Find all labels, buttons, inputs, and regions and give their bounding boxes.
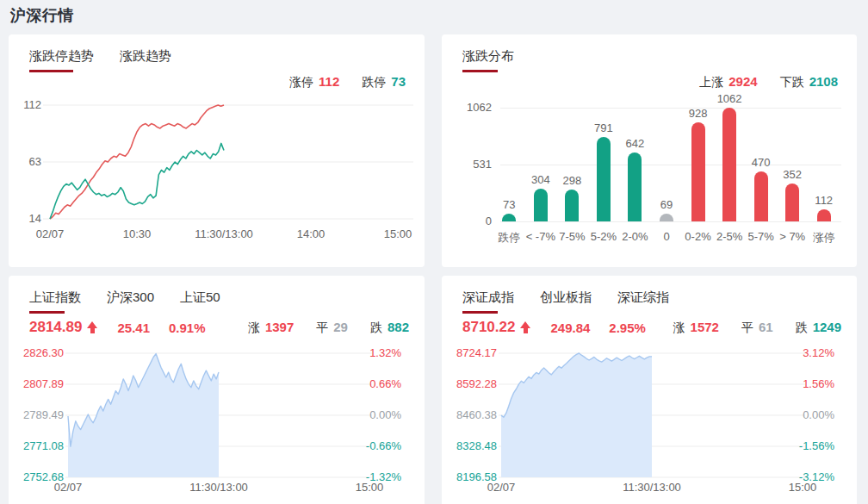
svg-text:2771.08: 2771.08 [23,439,64,452]
bar-col-6: 9280-2% [682,108,714,221]
svg-text:8724.17: 8724.17 [456,346,497,359]
svg-text:2789.49: 2789.49 [23,408,64,421]
sz-index-change-pct: 2.95% [609,320,646,335]
sh-index-change-pct: 0.91% [169,320,206,335]
limit-trend-tabs: 涨跌停趋势 涨跌趋势 [29,48,171,72]
sz-advancers: 涨1572 [673,320,719,336]
svg-text:14:00: 14:00 [297,227,326,240]
bar-col-0: 73跌停 [493,108,525,221]
bar [628,152,642,221]
svg-text:8328.48: 8328.48 [456,439,497,452]
sh-advancers: 涨1397 [248,320,294,336]
bar-col-9: 352> 7% [777,108,809,221]
svg-text:11:30/13:00: 11:30/13:00 [623,481,681,494]
shanghai-area-chart: 2826.301.32%2807.890.66%2789.490.00%2771… [17,341,412,504]
bar [691,122,705,221]
svg-text:15:00: 15:00 [384,227,412,240]
svg-text:11:30/13:00: 11:30/13:00 [195,227,253,240]
limit-trend-line-chart: 112631402/0710:3011:30/13:0014:0015:00 [19,86,424,246]
legend-decliners-label: 下跌 [780,75,804,89]
svg-text:8460.38: 8460.38 [456,408,497,421]
bar-col-3: 7915-2% [588,108,620,221]
bar-col-2: 2987-5% [556,108,588,221]
sh-decliners: 跌882 [370,320,409,336]
bar [502,214,516,221]
svg-text:63: 63 [29,155,41,168]
bar [534,189,548,221]
legend-advancers-value: 2924 [728,74,757,89]
tab-updown-trend[interactable]: 涨跌趋势 [120,48,171,72]
legend-advancers: 上涨2924 [699,74,757,90]
bar-col-8: 4705-7% [745,108,777,221]
tab-limit-updown-trend[interactable]: 涨跌停趋势 [29,48,94,72]
shenzhen-stats: 8710.22 249.84 2.95% 涨1572 平61 跌1249 [462,319,841,336]
sh-unchanged: 平29 [316,320,348,336]
svg-text:-0.66%: -0.66% [366,439,402,452]
svg-text:0.00%: 0.00% [803,408,834,421]
sz-index-change: 249.84 [550,320,590,335]
svg-text:14: 14 [29,212,41,225]
distribution-bar-chart: 1062531073跌停304< -7%2987-5%7915-2%6422-0… [459,108,845,254]
svg-text:112: 112 [23,98,41,111]
panel-distribution: 涨跌分布 上涨2924 下跌2108 1062531073跌停304< -7%2… [442,34,857,267]
bar [754,171,768,221]
bar [722,108,736,221]
panel-shanghai-index: 上证指数 沪深300 上证50 2814.89 25.41 0.91% 涨139… [9,276,425,504]
shenzhen-area-chart: 8724.173.12%8592.281.56%8460.380.00%8328… [450,341,846,504]
sh-index-change: 25.41 [117,320,150,335]
svg-text:1.32%: 1.32% [369,346,401,359]
svg-text:-1.56%: -1.56% [799,439,835,452]
sh-index-price: 2814.89 [29,319,82,336]
bar-col-5: 690 [651,108,683,221]
svg-text:10:30: 10:30 [123,227,152,240]
shanghai-stats: 2814.89 25.41 0.91% 涨1397 平29 跌882 [29,319,409,336]
svg-text:3.12%: 3.12% [803,346,834,359]
distribution-title: 涨跌分布 [462,48,514,72]
svg-text:0.66%: 0.66% [369,377,401,390]
legend-decliners-value: 2108 [809,74,838,89]
svg-text:02/07: 02/07 [36,227,65,240]
tab-sse-composite[interactable]: 上证指数 [29,289,81,314]
bar-col-4: 6422-0% [619,108,651,221]
bar [597,137,611,221]
svg-text:15:00: 15:00 [789,481,817,494]
distribution-legend: 上涨2924 下跌2108 [699,74,838,90]
bar-col-1: 304< -7% [525,108,557,221]
up-arrow-icon [520,321,531,334]
shanghai-tabs: 上证指数 沪深300 上证50 [29,289,220,314]
svg-text:1.56%: 1.56% [803,377,834,390]
svg-text:0.00%: 0.00% [369,408,401,421]
shenzhen-tabs: 深证成指 创业板指 深证综指 [462,289,669,314]
panel-limit-trend: 涨跌停趋势 涨跌趋势 涨停112 跌停73 112631402/0710:301… [9,34,425,267]
sz-index-price: 8710.22 [462,319,515,336]
bar [785,184,799,221]
tab-csi300[interactable]: 沪深300 [107,289,154,314]
panel-shenzhen-index: 深证成指 创业板指 深证综指 8710.22 249.84 2.95% 涨157… [442,276,857,504]
legend-advancers-label: 上涨 [699,75,723,89]
up-arrow-icon [87,321,98,334]
legend-decliners: 下跌2108 [780,74,838,90]
svg-text:02/07: 02/07 [54,481,83,494]
bar [660,214,673,221]
page-title: 沪深行情 [10,5,74,26]
tab-chinext[interactable]: 创业板指 [540,289,592,314]
tab-szse-composite[interactable]: 深证综指 [617,289,669,314]
tab-szse-component[interactable]: 深证成指 [462,289,514,314]
svg-text:02/07: 02/07 [487,481,516,494]
svg-text:15:00: 15:00 [356,481,384,494]
sz-decliners: 跌1249 [796,320,841,336]
svg-text:11:30/13:00: 11:30/13:00 [189,481,248,494]
bar-col-10: 112涨停 [808,108,840,221]
bar [565,190,579,221]
tab-sse50[interactable]: 上证50 [180,289,220,314]
sz-unchanged: 平61 [741,320,773,336]
bar [817,209,831,221]
bar-col-7: 10622-5% [714,108,746,221]
svg-text:8592.28: 8592.28 [456,377,497,390]
svg-text:2807.89: 2807.89 [23,377,64,390]
svg-text:2826.30: 2826.30 [23,346,64,359]
